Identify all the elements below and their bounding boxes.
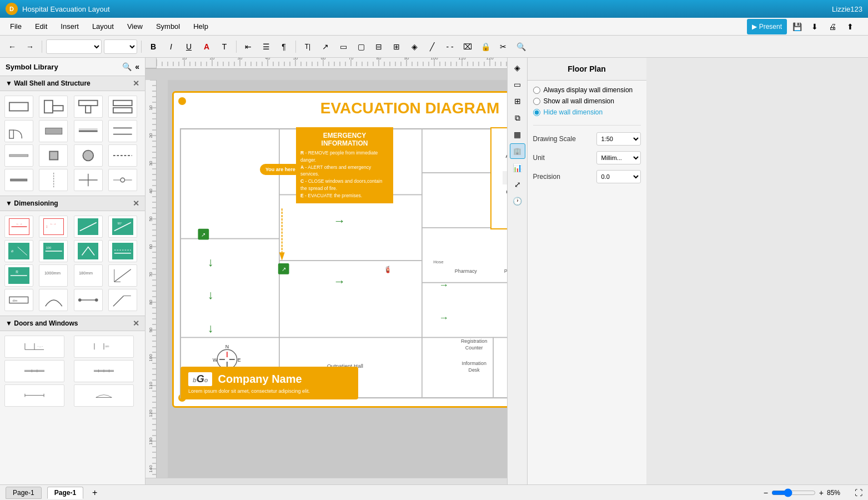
symbol-t-wall[interactable] bbox=[74, 96, 103, 118]
section-dimensioning[interactable]: ▼ Dimensioning ✕ bbox=[0, 196, 145, 211]
text-format-button[interactable]: T bbox=[217, 39, 232, 54]
zoom-out-icon[interactable]: − bbox=[764, 488, 768, 497]
section-dim-close[interactable]: ✕ bbox=[133, 199, 139, 208]
rp-icon-shape[interactable]: ▭ bbox=[510, 77, 525, 92]
canvas-area[interactable]: 1020304050607080901001101201301401501601… bbox=[145, 58, 507, 484]
radio-hide-input[interactable] bbox=[533, 109, 540, 116]
crop-button[interactable]: ⌧ bbox=[460, 39, 475, 54]
hscroll[interactable] bbox=[145, 478, 507, 484]
symbol-wall-line[interactable] bbox=[74, 120, 103, 142]
redo-button[interactable]: → bbox=[22, 39, 38, 54]
menu-layout[interactable]: Layout bbox=[87, 20, 119, 33]
sym-dim-6[interactable]: 100 bbox=[39, 240, 68, 262]
sym-door-rev[interactable] bbox=[74, 384, 134, 407]
zoom-in-icon[interactable]: + bbox=[819, 488, 824, 497]
menu-help[interactable]: Help bbox=[188, 20, 214, 33]
font-color-button[interactable]: A bbox=[199, 39, 214, 54]
menu-file[interactable]: File bbox=[4, 20, 27, 33]
sym-dim-14[interactable] bbox=[39, 289, 68, 311]
sym-door-2[interactable]: 1200 bbox=[74, 336, 134, 358]
distribute-button[interactable]: ⊞ bbox=[389, 39, 404, 54]
evacuation-diagram[interactable]: EVACUATION DIAGRAM bbox=[172, 91, 507, 408]
symbol-spacer[interactable] bbox=[39, 169, 68, 191]
symbol-dash-line[interactable] bbox=[108, 144, 137, 167]
radio-hide[interactable]: Hide wall dimension bbox=[533, 108, 641, 116]
fill-button[interactable]: ◈ bbox=[407, 39, 422, 54]
symbol-corner-wall[interactable] bbox=[39, 96, 68, 118]
rp-icon-grid[interactable]: ⊞ bbox=[510, 93, 525, 109]
rp-icon-resize[interactable]: ⤢ bbox=[510, 177, 525, 192]
scissors-button[interactable]: ✂ bbox=[495, 39, 511, 54]
symbol-window-wall[interactable] bbox=[108, 96, 137, 118]
rp-icon-floorplan[interactable]: 🏢 bbox=[510, 143, 525, 159]
line-button[interactable]: ╱ bbox=[424, 39, 440, 54]
menu-insert[interactable]: Insert bbox=[55, 20, 84, 33]
section-doors-close[interactable]: ✕ bbox=[133, 319, 139, 328]
text-edit-button[interactable]: T| bbox=[300, 39, 315, 54]
font-size-select[interactable] bbox=[104, 39, 137, 54]
zoom-slider[interactable] bbox=[771, 488, 816, 497]
print-button[interactable]: 🖨 bbox=[825, 19, 840, 34]
italic-button[interactable]: I bbox=[163, 39, 179, 54]
sym-win-1[interactable] bbox=[4, 360, 64, 382]
symbol-dot-center[interactable] bbox=[108, 169, 137, 191]
canvas-scroll[interactable]: EVACUATION DIAGRAM bbox=[168, 80, 507, 478]
sym-dim-1[interactable]: ←→ bbox=[4, 216, 33, 238]
sym-door-slide[interactable] bbox=[4, 384, 64, 407]
unit-select[interactable]: Millim... bbox=[596, 151, 641, 164]
sym-dim-2[interactable]: ↕←→ bbox=[39, 216, 68, 238]
menu-view[interactable]: View bbox=[122, 20, 148, 33]
sym-dim-3[interactable] bbox=[74, 216, 103, 238]
share-button[interactable]: ⬆ bbox=[842, 19, 858, 34]
sym-dim-5[interactable]: ⌀ bbox=[4, 240, 33, 262]
align-button[interactable]: ⊟ bbox=[371, 39, 387, 54]
symbol-wall-thick[interactable] bbox=[39, 120, 68, 142]
sym-door-1[interactable]: ←—→ bbox=[4, 336, 64, 358]
precision-select[interactable]: 0.0 bbox=[596, 170, 641, 183]
sym-dim-7[interactable] bbox=[74, 240, 103, 262]
radio-always-input[interactable] bbox=[533, 87, 540, 94]
connector-button[interactable]: ↗ bbox=[318, 39, 333, 54]
page-tab-active[interactable]: Page-1 bbox=[47, 487, 83, 499]
menu-edit[interactable]: Edit bbox=[29, 20, 53, 33]
align-left-button[interactable]: ⇤ bbox=[240, 39, 256, 54]
sym-dim-15[interactable] bbox=[74, 289, 103, 311]
rp-icon-layers[interactable]: ⧉ bbox=[510, 110, 525, 126]
sym-dim-4[interactable]: 90° bbox=[108, 216, 137, 238]
download-button[interactable]: ⬇ bbox=[807, 19, 822, 34]
radio-always[interactable]: Always display wall dimension bbox=[533, 86, 641, 94]
symbol-door-single[interactable] bbox=[4, 120, 33, 142]
symbol-rect-wall[interactable] bbox=[4, 96, 33, 118]
underline-button[interactable]: U bbox=[181, 39, 197, 54]
toolbar-present-icon[interactable]: ▶ Present bbox=[747, 19, 787, 34]
shape2-button[interactable]: ▢ bbox=[353, 39, 369, 54]
sym-dim-10[interactable]: 1000mm bbox=[39, 264, 68, 287]
lock-button[interactable]: 🔒 bbox=[478, 39, 493, 54]
sym-dim-16[interactable] bbox=[108, 289, 137, 311]
rp-icon-history[interactable]: 🕐 bbox=[510, 193, 525, 209]
sym-win-2[interactable] bbox=[74, 360, 134, 382]
text-options-button[interactable]: ¶ bbox=[276, 39, 292, 54]
sym-dim-12[interactable] bbox=[108, 264, 137, 287]
sym-dim-8[interactable] bbox=[108, 240, 137, 262]
symbol-cross[interactable] bbox=[74, 169, 103, 191]
section-doors-windows[interactable]: ▼ Doors and Windows ✕ bbox=[0, 316, 145, 331]
sidebar-collapse-icon[interactable]: « bbox=[135, 62, 139, 71]
sym-dim-9[interactable]: R bbox=[4, 264, 33, 287]
sidebar-search-icon[interactable]: 🔍 bbox=[122, 62, 132, 71]
drawing-scale-select[interactable]: 1:50 bbox=[596, 132, 641, 146]
save-button[interactable]: 💾 bbox=[789, 19, 805, 34]
rp-icon-data[interactable]: 📊 bbox=[510, 160, 525, 176]
rp-icon-table[interactable]: ▦ bbox=[510, 127, 525, 142]
symbol-thin-wall[interactable] bbox=[4, 169, 33, 191]
section-wall-close[interactable]: ✕ bbox=[133, 79, 139, 88]
sym-dim-11[interactable]: 180mm bbox=[74, 264, 103, 287]
radio-show-all[interactable]: Show all wall dimension bbox=[533, 97, 641, 105]
search-button[interactable]: 🔍 bbox=[513, 39, 529, 54]
sym-dim-13[interactable]: dim bbox=[4, 289, 33, 311]
radio-show-all-input[interactable] bbox=[533, 98, 540, 105]
add-page-button[interactable]: + bbox=[89, 488, 101, 498]
page-tab-1[interactable]: Page-1 bbox=[6, 487, 42, 499]
rp-icon-style[interactable]: ◈ bbox=[510, 60, 525, 76]
font-family-select[interactable] bbox=[46, 39, 102, 54]
